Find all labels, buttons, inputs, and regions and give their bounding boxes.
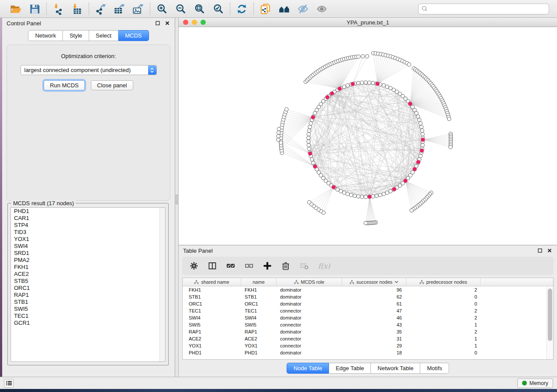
zoom-in-icon[interactable] — [156, 3, 168, 15]
graph-hub-node[interactable] — [376, 82, 380, 86]
zoom-out-icon[interactable] — [175, 3, 187, 15]
search-input[interactable] — [428, 6, 546, 12]
graph-hub-node[interactable] — [408, 102, 412, 106]
graph-node[interactable] — [419, 122, 422, 125]
graph-node[interactable] — [389, 189, 392, 193]
graph-hub-node[interactable] — [420, 148, 424, 152]
graph-node[interactable] — [349, 193, 353, 197]
graph-node[interactable] — [346, 84, 349, 87]
graph-hub-node[interactable] — [311, 115, 315, 119]
minimize-window-icon[interactable] — [192, 20, 197, 25]
table-row[interactable]: FKH1FKH1dominator962 — [183, 286, 547, 293]
graph-leaf-node[interactable] — [407, 63, 411, 66]
table-row[interactable]: PHD1PHD1dominator180 — [183, 349, 547, 356]
close-table-panel-icon[interactable] — [547, 248, 553, 254]
graph-node[interactable] — [385, 191, 389, 194]
column-header-name[interactable]: name — [241, 278, 277, 286]
graph-leaf-node[interactable] — [277, 127, 280, 131]
splitter-grip[interactable] — [176, 195, 178, 204]
result-node-item[interactable]: FKH1 — [11, 264, 165, 271]
graph-node[interactable] — [356, 195, 360, 198]
table-row[interactable]: YOX1YOX1connector291 — [183, 342, 547, 349]
graph-node[interactable] — [371, 81, 375, 85]
graph-leaf-node[interactable] — [356, 55, 360, 58]
graph-node[interactable] — [308, 125, 311, 129]
tab-style[interactable]: Style — [63, 30, 89, 41]
result-node-item[interactable]: STB5 — [11, 278, 165, 285]
optimization-criterion-select[interactable]: largest connected component (undirected) — [21, 65, 157, 75]
tab-node-table[interactable]: Node Table — [287, 363, 329, 374]
result-node-item[interactable]: ACE2 — [11, 271, 165, 278]
graph-node[interactable] — [389, 86, 392, 90]
tab-mcds[interactable]: MCDS — [118, 30, 149, 41]
graph-node[interactable] — [313, 111, 317, 115]
graph-leaf-node[interactable] — [277, 131, 280, 134]
close-window-icon[interactable] — [183, 20, 188, 25]
import-network-icon[interactable] — [52, 3, 64, 15]
graph-node[interactable] — [307, 144, 311, 147]
graph-node[interactable] — [420, 125, 423, 129]
graph-leaf-node[interactable] — [285, 107, 288, 111]
first-neighbors-icon[interactable] — [278, 3, 290, 15]
result-node-item[interactable]: STB1 — [11, 299, 165, 306]
result-node-item[interactable]: CAR1 — [11, 215, 165, 222]
result-node-item[interactable]: SWI4 — [11, 243, 165, 250]
graph-hub-node[interactable] — [325, 95, 329, 99]
task-history-button[interactable] — [4, 379, 14, 388]
deselect-all-icon[interactable] — [244, 261, 254, 271]
result-node-item[interactable]: SRD1 — [11, 250, 165, 257]
graph-hub-node[interactable] — [392, 187, 396, 191]
export-network-icon[interactable] — [95, 3, 107, 15]
result-node-item[interactable]: TEC1 — [11, 313, 165, 320]
graph-leaf-node[interactable] — [410, 209, 413, 212]
apply-layout-icon[interactable] — [236, 3, 248, 15]
graph-node[interactable] — [419, 154, 422, 158]
result-list-scrollbar[interactable] — [159, 208, 165, 361]
graph-node[interactable] — [418, 118, 421, 122]
graph-node[interactable] — [378, 193, 382, 197]
graph-hub-node[interactable] — [421, 138, 425, 141]
graph-leaf-node[interactable] — [447, 117, 451, 120]
tab-network-table[interactable]: Network Table — [371, 363, 420, 374]
run-mcds-button[interactable]: Run MCDS — [44, 80, 85, 90]
hide-selected-icon[interactable] — [297, 3, 309, 15]
graph-leaf-node[interactable] — [277, 134, 280, 138]
mcds-result-list[interactable]: PHD1CAR1STP4TID3YOX1SWI4SRD1PMA2FKH1ACE2… — [10, 207, 166, 362]
zoom-fit-icon[interactable] — [194, 3, 205, 15]
graph-hub-node[interactable] — [403, 179, 407, 183]
network-canvas[interactable] — [179, 27, 557, 245]
graph-node[interactable] — [421, 144, 424, 147]
column-header-predecessor-nodes[interactable]: predecessor nodes — [406, 278, 481, 286]
table-scrollbar[interactable] — [547, 287, 553, 359]
column-header-shared-name[interactable]: shared name — [183, 278, 241, 286]
float-panel-icon[interactable] — [155, 20, 161, 26]
graph-node[interactable] — [343, 191, 346, 194]
graph-leaf-node[interactable] — [279, 141, 283, 144]
graph-node[interactable] — [356, 81, 360, 85]
table-row[interactable]: ACE2ACE2connector311 — [183, 335, 547, 342]
graph-leaf-node[interactable] — [361, 55, 364, 58]
result-node-item[interactable]: PHD1 — [11, 208, 165, 215]
result-node-item[interactable]: PMA2 — [11, 257, 165, 264]
float-table-panel-icon[interactable] — [537, 248, 543, 254]
graph-node[interactable] — [392, 88, 395, 92]
graph-node[interactable] — [382, 192, 385, 196]
result-node-item[interactable]: TID3 — [11, 229, 165, 236]
graph-hub-node[interactable] — [338, 87, 342, 91]
graph-node[interactable] — [413, 108, 416, 112]
graph-hub-node[interactable] — [367, 195, 371, 199]
graph-node[interactable] — [311, 161, 315, 165]
delete-columns-icon[interactable] — [281, 261, 291, 271]
graph-node[interactable] — [416, 115, 420, 118]
graph-leaf-node[interactable] — [365, 55, 369, 58]
clone-network-icon[interactable] — [259, 3, 271, 15]
network-graph[interactable] — [179, 27, 557, 245]
save-session-icon[interactable] — [29, 3, 41, 15]
graph-leaf-node[interactable] — [449, 145, 452, 149]
table-row[interactable]: SWI5SWI5connector431 — [183, 321, 547, 328]
tab-select[interactable]: Select — [89, 30, 118, 41]
close-panel-icon[interactable] — [164, 20, 170, 26]
graph-hub-node[interactable] — [351, 82, 355, 86]
graph-node[interactable] — [360, 195, 364, 199]
maximize-window-icon[interactable] — [201, 20, 206, 25]
